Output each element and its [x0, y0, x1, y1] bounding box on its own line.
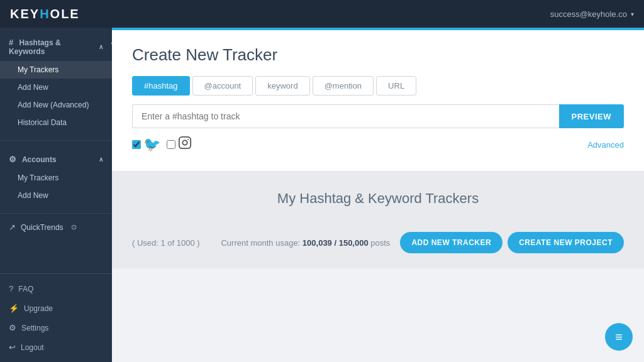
tab-keyword[interactable]: keyword [255, 76, 309, 96]
sidebar-accounts-label: Accounts [22, 155, 57, 164]
create-tracker-section: Create New Tracker #hashtag @account key… [112, 30, 644, 172]
faq-icon: ? [9, 284, 13, 293]
cursor-indicator: ⊙ [71, 223, 77, 231]
preview-button[interactable]: PREVIEW [559, 104, 624, 128]
tab-url[interactable]: URL [376, 76, 416, 96]
sidebar-section-hashtags-header[interactable]: # Hashtags & Keywords ∧ [0, 33, 112, 61]
hashtag-input[interactable] [132, 104, 559, 128]
quicktrends-icon: ↗ [9, 222, 16, 232]
sidebar-item-accounts-add-new[interactable]: Add New [0, 187, 112, 204]
trackers-section-title: My Hashtag & Keyword Trackers [132, 190, 624, 207]
upgrade-label: Upgrade [24, 304, 53, 313]
sidebar-item-quicktrends[interactable]: ↗ QuickTrends ⊙ [0, 217, 112, 237]
sidebar-divider-1 [0, 140, 112, 141]
page-title: Create New Tracker [132, 45, 624, 65]
sidebar: ❮ # Hashtags & Keywords ∧ My Trackers Ad… [0, 28, 112, 362]
tracker-input-row: PREVIEW [132, 104, 624, 128]
accounts-icon: ⚙ [9, 155, 16, 164]
sidebar-item-my-trackers[interactable]: My Trackers [0, 61, 112, 79]
hashtags-chevron: ∧ [99, 43, 103, 50]
usage-count: 100,039 / 150,000 [303, 238, 369, 248]
twitter-icon: 🐦 [143, 136, 160, 153]
svg-point-2 [187, 139, 189, 140]
usage-suffix: posts [370, 238, 390, 248]
tab-hashtag[interactable]: #hashtag [132, 76, 190, 96]
trackers-footer: ( Used: 1 of 1000 ) Current month usage:… [132, 232, 624, 253]
settings-label: Settings [21, 324, 48, 332]
logout-icon: ↩ [9, 343, 16, 352]
instagram-icon [178, 136, 192, 153]
twitter-check[interactable]: 🐦 [132, 136, 160, 153]
usage-label: Current month usage: [221, 238, 300, 248]
upgrade-icon: ⚡ [9, 304, 19, 313]
tab-account[interactable]: @account [192, 76, 253, 96]
instagram-check[interactable] [167, 136, 192, 153]
usage-left: ( Used: 1 of 1000 ) [132, 238, 200, 248]
top-nav: KEYHOLE success@keyhole.co ▾ [0, 0, 644, 28]
settings-icon: ⚙ [9, 323, 16, 332]
sidebar-bottom: ? FAQ ⚡ Upgrade ⚙ Settings ↩ Logout [0, 273, 112, 362]
action-buttons: ADD NEW TRACKER CREATE NEW PROJECT [400, 232, 624, 253]
advanced-link[interactable]: Advanced [587, 140, 624, 150]
social-row: 🐦 Advanced [132, 136, 624, 153]
sidebar-item-add-new-advanced[interactable]: Add New (Advanced) [0, 96, 112, 114]
sidebar-divider-2 [0, 213, 112, 214]
logo: KEYHOLE [10, 7, 80, 21]
sidebar-item-faq[interactable]: ? FAQ [0, 279, 112, 299]
accounts-chevron: ∧ [99, 156, 103, 163]
sidebar-hashtags-label: Hashtags & Keywords [9, 38, 61, 56]
create-new-project-button[interactable]: CREATE NEW PROJECT [508, 232, 624, 253]
tab-mention[interactable]: @mention [313, 76, 374, 96]
sidebar-section-accounts-header[interactable]: ⚙ Accounts ∧ [0, 150, 112, 169]
sidebar-collapse-button[interactable]: ❮ [107, 35, 112, 50]
trackers-section: My Hashtag & Keyword Trackers ( Used: 1 … [112, 172, 644, 268]
social-checks: 🐦 [132, 136, 192, 153]
chat-bubble-button[interactable]: ≡ [605, 323, 633, 351]
user-email: success@keyhole.co [550, 9, 627, 19]
sidebar-item-upgrade[interactable]: ⚡ Upgrade [0, 299, 112, 318]
sidebar-item-logout[interactable]: ↩ Logout [0, 337, 112, 357]
footer-right: Current month usage: 100,039 / 150,000 p… [221, 232, 624, 253]
chat-icon: ≡ [615, 330, 623, 344]
instagram-checkbox[interactable] [167, 140, 175, 149]
sidebar-quicktrends-label: QuickTrends [21, 223, 64, 232]
sidebar-section-accounts: ⚙ Accounts ∧ My Trackers Add New [0, 145, 112, 209]
faq-label: FAQ [18, 285, 33, 293]
hash-icon: # [9, 38, 13, 47]
sidebar-item-historical-data[interactable]: Historical Data [0, 114, 112, 131]
svg-rect-0 [179, 137, 191, 148]
main-content: Create New Tracker #hashtag @account key… [112, 28, 644, 362]
add-new-tracker-button[interactable]: ADD NEW TRACKER [400, 232, 502, 253]
user-menu-chevron: ▾ [631, 11, 634, 18]
user-menu[interactable]: success@keyhole.co ▾ [550, 9, 634, 19]
sidebar-item-add-new[interactable]: Add New [0, 79, 112, 96]
sidebar-item-settings[interactable]: ⚙ Settings [0, 318, 112, 337]
logout-label: Logout [21, 343, 44, 352]
tracker-tabs: #hashtag @account keyword @mention URL [132, 76, 624, 96]
svg-point-1 [182, 140, 187, 145]
sidebar-item-accounts-my-trackers[interactable]: My Trackers [0, 169, 112, 187]
usage-info: Current month usage: 100,039 / 150,000 p… [221, 238, 390, 248]
sidebar-section-hashtags: # Hashtags & Keywords ∧ My Trackers Add … [0, 28, 112, 136]
twitter-checkbox[interactable] [132, 140, 141, 149]
